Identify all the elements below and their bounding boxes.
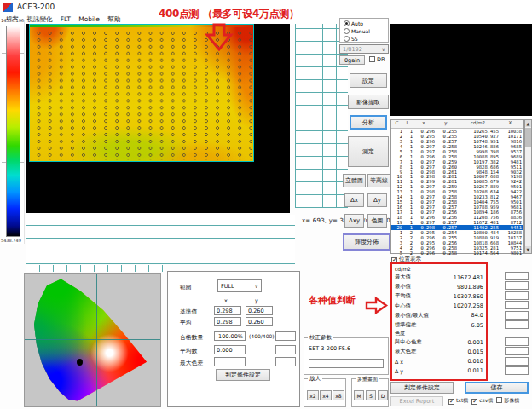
colormap-button[interactable]: 色圖 (367, 214, 387, 228)
zoom-x8-button[interactable]: x8 (332, 390, 344, 400)
image-checkbox-icon[interactable] (496, 397, 502, 403)
col-x-header: x (224, 297, 228, 304)
avgnum-label: 平均數 (180, 347, 197, 355)
image-file-checkbox[interactable]: 影像檔 (496, 397, 519, 405)
max-label: 最大值 (395, 274, 411, 281)
scale-max-value: 14536.196 (1, 18, 24, 23)
scrollbar-thumb[interactable] (525, 128, 531, 147)
avg-value: 10307.860 (454, 293, 483, 300)
minmax-ratio-label: 最小值/最大值 (395, 312, 429, 320)
average-x-field[interactable]: 0.298 (214, 317, 241, 326)
analyze-button[interactable]: 分析 (350, 115, 387, 130)
pass-judge-box (275, 331, 296, 341)
judge-result-box (505, 347, 529, 355)
zoom-x2-button[interactable]: x2 (307, 390, 319, 400)
table-row[interactable]: 520.2960.25810174.5649801 (391, 251, 523, 256)
camera-preview (390, 24, 532, 116)
dr-label: DR (377, 56, 385, 63)
settings-button[interactable]: 設定 (350, 73, 387, 88)
delta-xy-button[interactable]: Δxy (344, 214, 364, 228)
col-cdm2: cd/m2 (457, 120, 499, 128)
table-cell: 0.296 (413, 251, 435, 256)
csv-checkbox-icon[interactable] (471, 399, 477, 405)
luminance-distribution-button[interactable]: 輝度分佈 (343, 233, 390, 251)
csv-file-checkbox[interactable]: csv檔 (471, 397, 493, 405)
reference-y-field[interactable]: 0.260 (246, 306, 273, 315)
judge-condition-button[interactable]: 判定條件設定 (390, 382, 454, 394)
measurement-table[interactable]: C L x y cd/m2 X 110.2960.25510265.455100… (390, 119, 524, 254)
radio-manual-icon[interactable] (344, 28, 350, 34)
pass-count-label: 合格數量 (180, 333, 203, 342)
menu-mobile[interactable]: Mobile (78, 15, 100, 23)
stereo-view-button[interactable]: 立體圖 (343, 174, 366, 187)
menu-flt[interactable]: FLT (61, 15, 71, 23)
radio-auto[interactable]: Auto (344, 20, 388, 28)
zero-gain-button[interactable]: 0gain (339, 55, 365, 65)
col-x: x (413, 120, 435, 128)
graph-grid-ticks (26, 265, 164, 272)
multi-s-button[interactable]: S (366, 390, 376, 400)
judge-result-box (505, 337, 529, 346)
graph-grid-bottom (26, 215, 295, 264)
range-label: 範圍 (180, 283, 192, 291)
shutter-range-select: 1/8192∨ (339, 44, 389, 54)
range-select[interactable]: FULL∨ (217, 279, 262, 292)
judge-result-box (505, 281, 529, 290)
save-button[interactable]: 儲存 (465, 382, 529, 394)
radio-auto-icon[interactable] (344, 20, 350, 26)
txt-file-checkbox[interactable]: txt檔 (448, 397, 468, 405)
calibration-preset: SET 3-200 FS.6 (309, 345, 350, 352)
judge-result-box (505, 272, 529, 280)
exposure-mode-group: Auto Manual SS (339, 18, 389, 43)
excel-report-button: Excel Report (390, 396, 443, 406)
radio-ss[interactable]: SS (344, 36, 388, 43)
reference-x-field[interactable]: 0.298 (214, 306, 241, 315)
image-capture-button[interactable]: 影像擷取 (348, 95, 389, 109)
calibration-field[interactable] (309, 359, 384, 368)
table-cell: 10174.564 (457, 251, 499, 256)
dr-checkbox[interactable]: DR (369, 56, 385, 63)
scale-min-value: 5438.749 (1, 238, 21, 243)
app-icon (3, 3, 13, 12)
col-y-header: y (255, 297, 258, 304)
col-c: C (391, 120, 402, 128)
luminance-section-label: cd/m2 (395, 265, 483, 273)
radio-ss-icon[interactable] (344, 36, 350, 42)
zoom-x4-button[interactable]: x4 (320, 390, 332, 400)
table-cell: 0.258 (435, 251, 457, 256)
contour-button[interactable]: 等高線 (367, 174, 390, 187)
reference-label: 基準值 (180, 308, 197, 316)
maxdiff-field[interactable] (214, 357, 246, 366)
menu-help[interactable]: 幫助 (107, 15, 120, 24)
maxdiff-judge-box (275, 357, 296, 366)
table-header: C L x y cd/m2 X (391, 120, 523, 129)
table-cell: 9801 (499, 251, 523, 256)
txt-checkbox-icon[interactable] (448, 399, 454, 405)
file-format-options: txt檔 csv檔 影像檔 (448, 397, 519, 405)
max-cdiff-value: 0.015 (467, 349, 483, 355)
center-value: 10207.258 (454, 302, 483, 309)
scroll-up-icon[interactable]: ▲ (525, 120, 531, 127)
radio-manual[interactable]: Manual (344, 28, 388, 36)
luminance-color-scale (6, 26, 20, 237)
judge-result-box (505, 301, 529, 309)
average-y-field[interactable]: 0.260 (246, 317, 273, 326)
dr-checkbox-icon[interactable] (369, 56, 375, 62)
results-panel: cd/m2 最大值11672.481 最小值9801.896 平均值10307.… (390, 262, 488, 381)
multi-d-button[interactable]: D (378, 390, 388, 400)
measure-button[interactable]: 測定 (348, 136, 389, 167)
center-cdiff-value: 0.001 (467, 339, 483, 346)
table-scrollbar[interactable]: ▲ ▼ (524, 119, 532, 254)
range-judge-condition-button[interactable]: 判定條件設定 (216, 369, 270, 381)
avgnum-field[interactable]: 0.000 (214, 345, 246, 354)
average-label: 平均 (180, 319, 192, 327)
multi-screen-title: 多重畫面 (356, 376, 379, 382)
delta-x-button[interactable]: Δx (344, 193, 364, 207)
multi-m-button[interactable]: M (354, 390, 364, 400)
delta-y-button[interactable]: Δy (367, 193, 387, 207)
chevron-down-icon: ∨ (382, 46, 385, 52)
max-value: 11672.481 (454, 274, 483, 281)
menu-view-change[interactable]: 視訊變化 (26, 15, 52, 24)
scroll-down-icon[interactable]: ▼ (525, 246, 531, 253)
col-xcap: X (499, 120, 523, 128)
